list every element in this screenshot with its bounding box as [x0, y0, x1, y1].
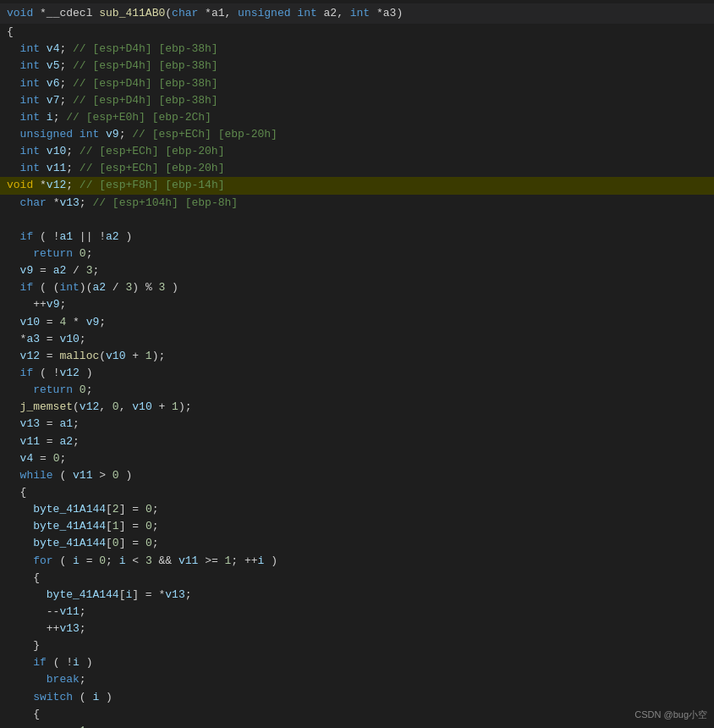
code-line-13: if ( !a1 || !a2 ) — [0, 229, 714, 245]
code-line-5: int v7; // [esp+D4h] [ebp-38h] — [0, 92, 714, 109]
code-line-21: if ( !v12 ) — [0, 365, 714, 382]
code-line-6: int i; // [esp+E0h] [ebp-2Ch] — [0, 109, 714, 126]
code-line-38: if ( !i ) — [0, 654, 714, 671]
code-line-34: byte_41A144[i] = *v13; — [0, 587, 714, 604]
code-line-14: return 0; — [0, 245, 714, 262]
code-line-9: int v11; // [esp+ECh] [ebp-20h] — [0, 160, 714, 177]
code-line-29: byte_41A144[2] = 0; — [0, 501, 714, 518]
code-line-41: { — [0, 706, 714, 723]
code-line-2: int v4; // [esp+D4h] [ebp-38h] — [0, 41, 714, 58]
code-line-36: ++v13; — [0, 620, 714, 637]
code-line-16: if ( (int)(a2 / 3) % 3 ) — [0, 279, 714, 296]
watermark: CSDN @bug小空 — [634, 708, 707, 722]
code-line-17: ++v9; — [0, 296, 714, 313]
code-line-25: v11 = a2; — [0, 433, 714, 450]
code-line-header: void *__cdecl sub_411AB0(char *a1, unsig… — [0, 3, 714, 24]
code-line-27: while ( v11 > 0 ) — [0, 467, 714, 484]
code-container: void *__cdecl sub_411AB0(char *a1, unsig… — [0, 0, 714, 728]
code-line-19: *a3 = v10; — [0, 331, 714, 348]
code-line-15: v9 = a2 / 3; — [0, 262, 714, 279]
code-line-31: byte_41A144[0] = 0; — [0, 535, 714, 552]
code-line-32: for ( i = 0; i < 3 && v11 >= 1; ++i ) — [0, 553, 714, 570]
kw-void: void — [7, 7, 33, 19]
code-line-35: --v11; — [0, 604, 714, 620]
code-line-20: v12 = malloc(v10 + 1); — [0, 348, 714, 365]
code-line-18: v10 = 4 * v9; — [0, 314, 714, 331]
code-line-blank-1 — [0, 212, 714, 229]
code-line-28: { — [0, 484, 714, 501]
code-line-10: void *v12; // [esp+F8h] [ebp-14h] — [0, 177, 714, 194]
code-line-1: { — [0, 24, 714, 41]
code-line-39: break; — [0, 671, 714, 688]
code-line-40: switch ( i ) — [0, 689, 714, 706]
code-line-24: v13 = a1; — [0, 416, 714, 433]
code-line-42: case 1: — [0, 723, 714, 728]
code-line-8: int v10; // [esp+ECh] [ebp-20h] — [0, 143, 714, 160]
code-line-3: int v5; // [esp+D4h] [ebp-38h] — [0, 58, 714, 74]
code-line-33: { — [0, 570, 714, 587]
code-line-22: return 0; — [0, 382, 714, 399]
code-line-37: } — [0, 637, 714, 654]
code-line-30: byte_41A144[1] = 0; — [0, 518, 714, 535]
code-line-4: int v6; // [esp+D4h] [ebp-38h] — [0, 75, 714, 92]
code-line-7: unsigned int v9; // [esp+ECh] [ebp-20h] — [0, 126, 714, 143]
code-line-26: v4 = 0; — [0, 450, 714, 467]
code-line-11: char *v13; // [esp+104h] [ebp-8h] — [0, 195, 714, 212]
code-line-23: j_memset(v12, 0, v10 + 1); — [0, 399, 714, 416]
